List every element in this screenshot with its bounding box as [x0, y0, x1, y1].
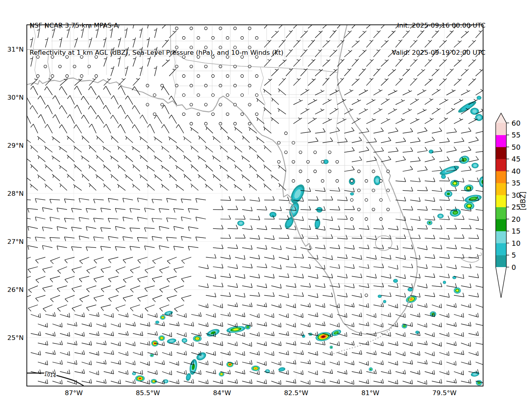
reflectivity-cell — [476, 380, 482, 386]
reflectivity-cell — [427, 220, 432, 225]
lat-tick-label: 31°N — [7, 46, 24, 53]
run-times: Init: 2025-09-16 00:00 UTC Valid: 2025-0… — [392, 3, 485, 75]
lat-tick-label: 27°N — [7, 238, 24, 245]
colorbar-tick-label: 45 — [511, 155, 521, 163]
reflectivity-cell — [330, 345, 333, 349]
lon-tick-label: 84°W — [213, 389, 231, 397]
colorbar-tick-label: 15 — [511, 227, 521, 235]
reflectivity-cell — [393, 279, 398, 283]
reflectivity-cell — [193, 335, 202, 342]
figure-titles: NSF NCAR 3.75-km MPAS-A Reflectivity at … — [30, 3, 284, 75]
reflectivity-cell — [441, 174, 446, 179]
colorbar-tick-label: 55 — [511, 131, 521, 139]
reflectivity-cell — [444, 191, 452, 197]
reflectivity-cell — [251, 366, 260, 371]
reflectivity-cell — [472, 163, 479, 168]
reflectivity-cell — [475, 114, 483, 121]
reflectivity-cell — [464, 202, 474, 210]
reflectivity-cell — [160, 315, 166, 320]
reflectivity-cell — [429, 150, 433, 154]
reflectivity-cell — [369, 368, 373, 371]
reflectivity-cell — [159, 335, 165, 341]
reflectivity-cell — [464, 193, 482, 204]
reflectivity-cell — [185, 373, 192, 381]
colorbar-over-arrow — [496, 113, 506, 123]
init-time: Init: 2025-09-16 00:00 UTC — [392, 21, 485, 30]
reflectivity-cell — [302, 334, 305, 338]
reflectivity-cell — [454, 287, 461, 293]
lat-tick-label: 30°N — [7, 94, 24, 101]
lon-tick-label: 79.5°W — [432, 389, 456, 397]
reflectivity-cell — [237, 221, 245, 226]
lon-tick-label: 82.5°W — [284, 389, 308, 397]
colorbar-title: [dBZ] — [519, 191, 527, 210]
lat-tick-label: 28°N — [7, 190, 24, 197]
reflectivity-cell — [135, 375, 145, 382]
reflectivity-cell — [155, 321, 159, 324]
reflectivity-cell — [151, 340, 159, 347]
reflectivity-cell — [383, 300, 386, 303]
lat-tick-label: 26°N — [7, 286, 24, 293]
reflectivity-cell — [269, 212, 276, 217]
reflectivity-cell — [477, 96, 482, 100]
reflectivity-cell — [350, 192, 354, 195]
colorbar: 051015202530354045505560[dBZ] — [496, 113, 527, 298]
lat-tick-label: 25°N — [7, 334, 24, 342]
reflectivity-cell — [415, 331, 419, 334]
reflectivity-cell — [182, 338, 187, 343]
reflectivity-cell — [278, 367, 286, 372]
reflectivity-cell — [166, 338, 177, 344]
reflectivity-cell — [463, 184, 474, 193]
colorbar-tick-label: 20 — [511, 215, 521, 223]
colorbar-under-arrow — [496, 267, 506, 298]
reflectivity-cell — [449, 208, 461, 218]
reflectivity-cell — [288, 182, 307, 206]
reflectivity-cell — [195, 351, 208, 362]
lon-tick-label: 81°W — [361, 389, 379, 397]
lat-tick-label: 29°N — [7, 142, 24, 149]
reflectivity-cell — [437, 214, 444, 218]
valid-time: Valid: 2025-09-19 02:00 UTC — [392, 48, 485, 57]
reflectivity-cell — [226, 325, 246, 334]
colorbar-tick-label: 60 — [511, 119, 521, 127]
colorbar-tick-label: 10 — [511, 239, 521, 247]
lon-tick-label: 85.5°W — [136, 389, 160, 397]
reflectivity-cell — [150, 354, 154, 357]
model-title: NSF NCAR 3.75-km MPAS-A — [30, 21, 284, 30]
reflectivity-cell — [443, 281, 446, 284]
colorbar-tick-label: 50 — [511, 143, 521, 151]
colorbar-tick-label: 35 — [511, 179, 521, 187]
weather-model-figure: NSF NCAR 3.75-km MPAS-A Reflectivity at … — [0, 0, 532, 403]
reflectivity-cell — [458, 155, 470, 165]
colorbar-tick-label: 0 — [511, 263, 516, 271]
reflectivity-cell — [206, 327, 220, 338]
lon-tick-label: 87°W — [65, 389, 83, 397]
colorbar-tick-label: 40 — [511, 167, 521, 175]
figure-subtitle: Reflectivity at 1 km AGL (dBZ), Sea-Leve… — [30, 48, 284, 57]
reflectivity-cell — [283, 215, 296, 230]
reflectivity-cell — [189, 358, 198, 375]
colorbar-tick-label: 5 — [511, 251, 516, 259]
reflectivity-cell — [470, 108, 479, 115]
reflectivity-cell — [132, 372, 136, 375]
